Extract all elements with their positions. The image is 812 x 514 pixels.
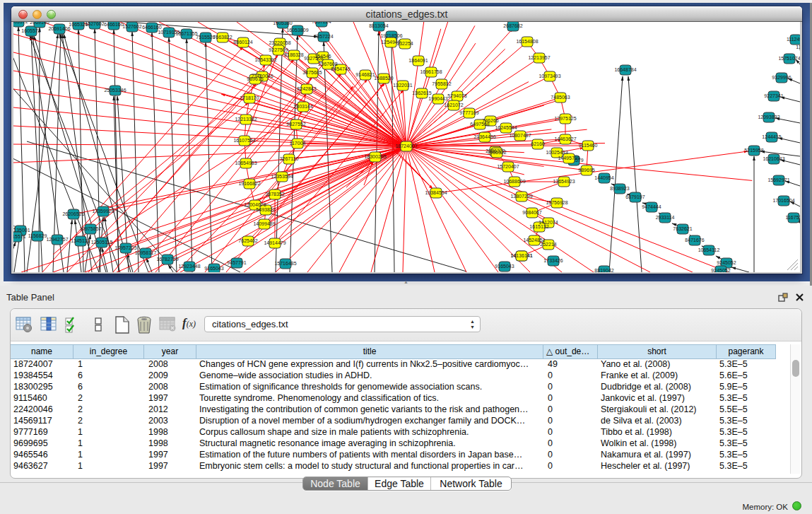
svg-text:9457791: 9457791 xyxy=(227,260,246,265)
svg-text:9245052: 9245052 xyxy=(711,268,730,272)
svg-text:5215958: 5215958 xyxy=(744,148,763,153)
svg-text:16107554: 16107554 xyxy=(233,138,255,143)
svg-text:6466160: 6466160 xyxy=(142,25,161,30)
svg-text:1605572: 1605572 xyxy=(21,28,40,33)
svg-text:1362615: 1362615 xyxy=(412,90,431,95)
svg-text:1254949: 1254949 xyxy=(381,40,400,45)
svg-text:117004: 117004 xyxy=(290,141,306,146)
svg-text:17957225: 17957225 xyxy=(114,245,136,250)
svg-text:9165043: 9165043 xyxy=(204,266,223,271)
svg-text:6497568: 6497568 xyxy=(470,122,489,127)
svg-text:3878352: 3878352 xyxy=(265,192,284,197)
svg-text:1733426: 1733426 xyxy=(543,258,563,263)
svg-text:989695: 989695 xyxy=(578,168,594,173)
svg-text:12093832: 12093832 xyxy=(758,115,779,119)
svg-text:9827552: 9827552 xyxy=(286,122,305,127)
svg-text:7357224: 7357224 xyxy=(314,34,333,39)
svg-text:17004678: 17004678 xyxy=(244,202,266,207)
svg-text:7986322: 7986322 xyxy=(487,150,506,155)
svg-text:19166822: 19166822 xyxy=(238,181,260,186)
svg-text:3875685: 3875685 xyxy=(302,70,322,75)
svg-text:154546: 154546 xyxy=(314,54,331,59)
svg-text:10973493: 10973493 xyxy=(539,74,560,78)
svg-text:9146821: 9146821 xyxy=(355,72,375,77)
svg-text:9329996: 9329996 xyxy=(772,75,791,80)
svg-text:14495799: 14495799 xyxy=(558,156,579,160)
svg-text:20691406: 20691406 xyxy=(48,26,70,31)
svg-text:10543392: 10543392 xyxy=(254,57,276,62)
svg-text:989615: 989615 xyxy=(247,76,263,81)
svg-text:9227341: 9227341 xyxy=(764,93,783,98)
svg-text:16782759: 16782759 xyxy=(156,257,178,262)
svg-text:23226058: 23226058 xyxy=(269,40,290,45)
svg-text:8242843: 8242843 xyxy=(297,86,316,91)
svg-text:7357224: 7357224 xyxy=(312,22,331,24)
svg-text:12353594: 12353594 xyxy=(271,174,293,179)
svg-text:15720407: 15720407 xyxy=(497,164,519,169)
svg-text:14914479: 14914479 xyxy=(264,240,286,245)
svg-text:1588520: 1588520 xyxy=(374,76,393,81)
svg-text:14099489: 14099489 xyxy=(253,221,275,226)
svg-text:1312546: 1312546 xyxy=(796,45,800,49)
svg-text:14463627: 14463627 xyxy=(554,136,576,141)
svg-text:12923448: 12923448 xyxy=(178,264,200,269)
svg-text:10654983: 10654983 xyxy=(235,160,257,165)
svg-text:17016504: 17016504 xyxy=(772,198,794,203)
svg-text:21364436: 21364436 xyxy=(473,134,495,139)
svg-text:10958117: 10958117 xyxy=(135,250,157,255)
svg-text:9165043: 9165043 xyxy=(495,264,514,269)
svg-text:9084067: 9084067 xyxy=(522,210,541,215)
svg-text:7632621: 7632621 xyxy=(673,226,692,231)
svg-text:9115460: 9115460 xyxy=(579,143,598,148)
svg-text:18724007: 18724007 xyxy=(395,144,417,148)
svg-text:1322031: 1322031 xyxy=(393,83,412,88)
svg-text:2367608: 2367608 xyxy=(318,62,337,66)
svg-text:3267110: 3267110 xyxy=(280,156,299,161)
svg-text:26206526: 26206526 xyxy=(62,211,84,216)
svg-text:1864091: 1864091 xyxy=(408,58,428,63)
svg-text:1990443: 1990443 xyxy=(428,96,447,101)
svg-text:9474444: 9474444 xyxy=(642,204,661,209)
svg-text:1615132: 1615132 xyxy=(529,224,548,229)
svg-text:1621072: 1621072 xyxy=(444,103,463,107)
svg-text:2718170: 2718170 xyxy=(240,95,259,100)
svg-text:6879197: 6879197 xyxy=(625,194,645,199)
svg-text:15756928: 15756928 xyxy=(546,200,567,205)
svg-text:4135001: 4135001 xyxy=(13,228,30,233)
svg-text:12213957: 12213957 xyxy=(528,55,550,60)
svg-text:8471676: 8471676 xyxy=(685,238,704,243)
svg-text:5493822: 5493822 xyxy=(256,207,275,212)
svg-text:252214: 252214 xyxy=(540,242,556,247)
svg-text:15716485: 15716485 xyxy=(274,261,296,266)
svg-text:16154808: 16154808 xyxy=(516,39,538,44)
svg-text:10025433: 10025433 xyxy=(546,150,567,155)
svg-text:10654112: 10654112 xyxy=(698,247,720,252)
svg-text:6466160: 6466160 xyxy=(104,22,123,27)
svg-text:15751074: 15751074 xyxy=(778,56,800,61)
svg-text:116753: 116753 xyxy=(786,215,800,220)
svg-text:8860124: 8860124 xyxy=(233,40,252,45)
svg-text:7485063: 7485063 xyxy=(551,95,570,100)
svg-text:16671355: 16671355 xyxy=(175,31,197,36)
svg-text:1605380: 1605380 xyxy=(273,22,292,25)
svg-text:12505115: 12505115 xyxy=(91,240,113,245)
svg-text:10975857: 10975857 xyxy=(79,226,101,231)
svg-text:16961758: 16961758 xyxy=(420,69,442,74)
svg-text:2803144: 2803144 xyxy=(293,104,312,109)
svg-text:2933114: 2933114 xyxy=(656,215,675,220)
svg-text:2687682: 2687682 xyxy=(503,23,522,28)
svg-text:12213382: 12213382 xyxy=(235,117,257,122)
svg-text:8819042: 8819042 xyxy=(594,268,613,272)
svg-text:1440954: 1440954 xyxy=(594,175,613,180)
svg-text:14136141: 14136141 xyxy=(510,253,532,258)
svg-text:15692971: 15692971 xyxy=(767,177,789,182)
svg-text:19384554: 19384554 xyxy=(425,190,447,195)
svg-text:1112491: 1112491 xyxy=(787,37,800,42)
svg-text:13654923: 13654923 xyxy=(553,179,575,184)
svg-text:8938923: 8938923 xyxy=(610,186,629,191)
svg-text:1156829: 1156829 xyxy=(28,233,47,238)
svg-text:13807299: 13807299 xyxy=(510,194,532,199)
svg-text:1244415: 1244415 xyxy=(762,134,781,139)
svg-text:12942757: 12942757 xyxy=(46,237,68,242)
svg-text:1527602: 1527602 xyxy=(85,22,104,26)
